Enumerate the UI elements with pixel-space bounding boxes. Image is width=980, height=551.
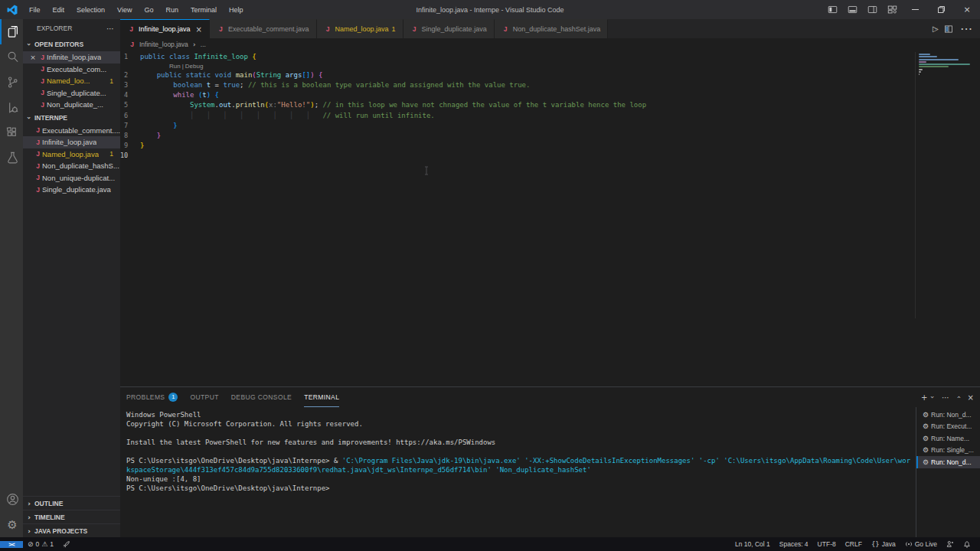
section-java-projects[interactable]: ›JAVA PROJECTS bbox=[23, 523, 120, 537]
tab-infinite-loop-java[interactable]: JInfinite_loop.java× bbox=[120, 19, 210, 38]
explorer-icon[interactable] bbox=[0, 19, 23, 44]
problems-status[interactable]: ⊘ 0 ⚠ 1 bbox=[23, 540, 58, 548]
code-line-1[interactable]: 1public class Infinite_loop { bbox=[120, 51, 980, 61]
remote-indicator[interactable]: >< bbox=[0, 541, 23, 548]
breadcrumb-symbol[interactable]: ... bbox=[201, 41, 206, 48]
more-actions-icon[interactable]: ⋯ bbox=[960, 21, 972, 36]
menu-item-edit[interactable]: Edit bbox=[47, 4, 70, 16]
extensions-icon[interactable] bbox=[0, 120, 23, 145]
close-tab-icon[interactable]: × bbox=[196, 25, 202, 34]
search-icon[interactable] bbox=[0, 44, 23, 70]
account-icon[interactable] bbox=[0, 487, 23, 512]
minimap-line bbox=[919, 66, 949, 67]
panel-tab-output[interactable]: OUTPUT bbox=[190, 387, 218, 407]
code-line-8[interactable]: 8 } bbox=[120, 130, 980, 140]
minimap[interactable] bbox=[915, 52, 971, 318]
open-editor-named-loo[interactable]: JNamed_loo...1 bbox=[23, 75, 120, 87]
tab-named-loop-java[interactable]: JNamed_loop.java1 bbox=[317, 19, 403, 38]
file-executable-comment[interactable]: JExecutable_comment.... bbox=[23, 125, 120, 137]
menu-item-file[interactable]: File bbox=[24, 4, 46, 16]
close-editor-icon[interactable]: × bbox=[28, 54, 38, 61]
file-non-duplicate-hashs[interactable]: JNon_duplicate_hashS... bbox=[23, 160, 120, 172]
customize-layout-icon[interactable] bbox=[882, 0, 902, 19]
run-java-button[interactable]: ▷ › bbox=[933, 24, 937, 33]
open-editors-header[interactable]: › OPEN EDITORS bbox=[23, 37, 120, 51]
new-terminal-icon[interactable]: + bbox=[921, 393, 927, 402]
tab-executable-comment-java[interactable]: JExecutable_comment.java bbox=[210, 19, 317, 38]
java-status-rocket-icon[interactable] bbox=[58, 540, 75, 548]
open-editor-infinite-loop-java[interactable]: ×JInfinite_loop.java bbox=[23, 51, 120, 64]
terminal-session-run-non-d[interactable]: ⚙Run: Non_d... bbox=[916, 409, 980, 421]
indentation[interactable]: Spaces: 4 bbox=[775, 540, 813, 548]
file-name: Non_duplicate_... bbox=[47, 100, 103, 109]
sidebar-more-actions-icon[interactable]: ⋯ bbox=[106, 24, 114, 33]
panel-more-actions-icon[interactable]: ⋯ bbox=[942, 393, 949, 402]
panel-tab-label: DEBUG CONSOLE bbox=[231, 393, 292, 401]
section-timeline[interactable]: ›TIMELINE bbox=[23, 510, 120, 523]
open-editor-executable-com[interactable]: JExecutable_com... bbox=[23, 64, 120, 76]
code-line-9[interactable]: 9} bbox=[120, 141, 980, 151]
open-editor-single-duplicate[interactable]: JSingle_duplicate... bbox=[23, 87, 120, 99]
open-editor-non-duplicate[interactable]: JNon_duplicate_... bbox=[23, 99, 120, 111]
token: = bbox=[211, 81, 223, 89]
menu-item-help[interactable]: Help bbox=[224, 4, 249, 16]
codelens-debug-link[interactable]: Debug bbox=[185, 63, 204, 70]
terminal-session-run-non-d[interactable]: ⚙Run: Non_d... bbox=[916, 456, 980, 468]
panel-tab-terminal[interactable]: TERMINAL bbox=[304, 387, 339, 407]
source-control-icon[interactable] bbox=[0, 70, 23, 95]
session-label: Run: Single_... bbox=[931, 446, 974, 454]
breadcrumb-file[interactable]: Infinite_loop.java bbox=[139, 41, 188, 48]
menu-item-view[interactable]: View bbox=[112, 4, 137, 16]
menu-item-selection[interactable]: Selection bbox=[71, 4, 110, 16]
tab-non-duplicate-hashset-java[interactable]: JNon_duplicate_hashSet.java bbox=[495, 19, 609, 38]
terminal-output[interactable]: Windows PowerShellCopyright (C) Microsof… bbox=[120, 407, 916, 537]
code-line-2[interactable]: 2 public static void main(String args[])… bbox=[120, 70, 980, 80]
terminal-dropdown-chevron-icon[interactable]: › bbox=[929, 396, 936, 399]
split-editor-icon[interactable] bbox=[944, 24, 953, 34]
code-line-10[interactable]: 10 bbox=[120, 151, 980, 161]
notifications-bell-icon[interactable] bbox=[959, 540, 975, 548]
token: args bbox=[286, 71, 302, 79]
code-line-3[interactable]: 3 boolean t = true; // this is a boolean… bbox=[120, 80, 980, 90]
go-live-button[interactable]: Go Live bbox=[900, 540, 942, 548]
language-mode[interactable]: {} Java bbox=[867, 540, 900, 548]
minimize-button[interactable] bbox=[902, 0, 928, 19]
run-and-debug-icon[interactable] bbox=[0, 95, 23, 120]
file-infinite-loop-java[interactable]: JInfinite_loop.java bbox=[23, 136, 120, 148]
restore-button[interactable] bbox=[928, 0, 954, 19]
terminal-session-run-execut[interactable]: ⚙Run: Execut... bbox=[916, 421, 980, 433]
close-panel-icon[interactable]: × bbox=[968, 393, 974, 402]
code-line-7[interactable]: 7 } bbox=[120, 120, 980, 130]
panel-tab-problems[interactable]: PROBLEMS1 bbox=[126, 387, 178, 407]
encoding[interactable]: UTF-8 bbox=[813, 540, 841, 548]
panel-tab-debug-console[interactable]: DEBUG CONSOLE bbox=[231, 387, 292, 407]
folder-header[interactable]: › INTERNPE bbox=[23, 111, 120, 125]
terminal-session-run-name[interactable]: ⚙Run: Name... bbox=[916, 432, 980, 445]
code-line-5[interactable]: 5 System.out.println(x:"Hello!"); // in … bbox=[120, 100, 980, 110]
menu-item-terminal[interactable]: Terminal bbox=[185, 4, 222, 16]
settings-gear-icon[interactable]: ⚙ bbox=[0, 512, 23, 537]
code-line-4[interactable]: 4 while (t) { bbox=[120, 90, 980, 100]
eol-sequence[interactable]: CRLF bbox=[841, 540, 867, 548]
codelens-run-link[interactable]: Run bbox=[169, 63, 181, 70]
toggle-secondary-sidebar-icon[interactable] bbox=[862, 0, 882, 19]
menu-item-run[interactable]: Run bbox=[160, 4, 184, 16]
code-line-6[interactable]: 6 │ │ │ │ │ │ │ │ // will run until infi… bbox=[120, 110, 980, 120]
close-window-button[interactable]: × bbox=[954, 0, 980, 19]
minimap-line bbox=[919, 64, 970, 65]
cursor-position[interactable]: Ln 10, Col 1 bbox=[730, 540, 775, 548]
testing-icon[interactable] bbox=[0, 145, 23, 171]
section-outline[interactable]: ›OUTLINE bbox=[23, 496, 120, 510]
menu-item-go[interactable]: Go bbox=[139, 4, 158, 16]
file-non-unique-duplicat[interactable]: JNon_unique-duplicat... bbox=[23, 172, 120, 184]
feedback-icon[interactable] bbox=[942, 540, 959, 548]
session-label: Run: Execut... bbox=[931, 422, 972, 430]
file-named-loop-java[interactable]: JNamed_loop.java1 bbox=[23, 148, 120, 161]
tab-single-duplicate-java[interactable]: JSingle_duplicate.java bbox=[403, 19, 495, 38]
toggle-sidebar-icon[interactable] bbox=[822, 0, 842, 19]
maximize-panel-icon[interactable]: › bbox=[955, 396, 962, 399]
code-editor[interactable]: 1public class Infinite_loop {Run | Debug… bbox=[120, 50, 980, 386]
file-single-duplicate-java[interactable]: JSingle_duplicate.java bbox=[23, 184, 120, 196]
toggle-panel-icon[interactable] bbox=[842, 0, 862, 19]
terminal-session-run-single[interactable]: ⚙Run: Single_... bbox=[916, 445, 980, 457]
